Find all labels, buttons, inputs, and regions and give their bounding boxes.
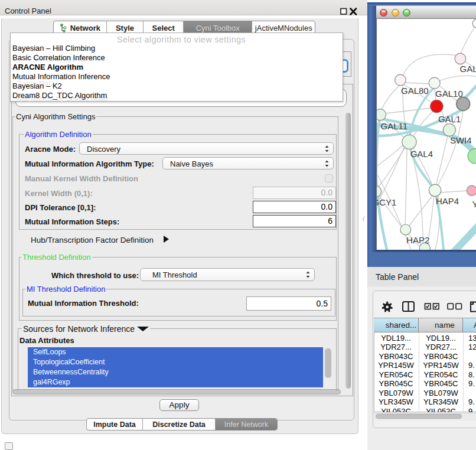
svg-text:GCY1: GCY1 [377,197,396,207]
svg-text:HAP2: HAP2 [406,235,429,245]
svg-text:GAL80: GAL80 [401,86,429,96]
svg-text:SWI4: SWI4 [450,135,472,145]
svg-text:GAL4: GAL4 [410,149,433,159]
svg-text:GAL11: GAL11 [381,121,408,131]
svg-text:GAL10: GAL10 [435,89,463,99]
svg-text:GAL1: GAL1 [438,114,461,124]
svg-text:HAP4: HAP4 [436,196,459,206]
svg-text:Y: Y [472,199,476,209]
svg-text:GAL: GAL [460,64,476,74]
